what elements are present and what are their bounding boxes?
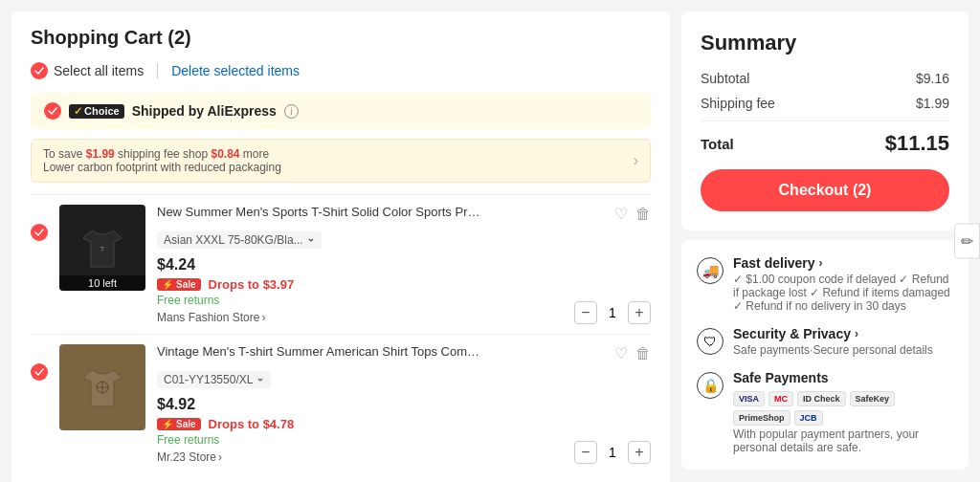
- cart-item-2: Vintage Men's T-shirt Summer American Sh…: [31, 334, 651, 473]
- visa-logo: VISA: [733, 391, 765, 406]
- item-1-image-wrapper: T 10 left: [59, 205, 145, 291]
- jcb-logo: JCB: [794, 410, 823, 426]
- select-all[interactable]: Select all items: [31, 62, 144, 79]
- item-2-free-returns: Free returns: [157, 433, 294, 447]
- summary-title: Summary: [701, 31, 949, 55]
- shipping-shop-text: shipping fee shop: [115, 147, 212, 161]
- choice-badge: ✓Choice: [69, 104, 124, 119]
- divider: [157, 63, 158, 78]
- item-2-title: Vintage Men's T-shirt Summer American Sh…: [157, 344, 482, 359]
- shipping-fee-value: $1.99: [916, 96, 949, 111]
- item-1-wishlist-button[interactable]: ♡: [614, 205, 628, 223]
- item-1-qty-decrease[interactable]: −: [574, 301, 597, 324]
- subtotal-value: $9.16: [916, 71, 949, 86]
- shipping-note: Lower carbon footprint with reduced pack…: [43, 161, 281, 174]
- shipping-fee-label: Shipping fee: [701, 96, 775, 111]
- item-2-image: [59, 344, 145, 430]
- item-2-image-wrapper: [59, 344, 145, 430]
- safe-payments-sub: With popular payment partners, your pers…: [733, 427, 953, 454]
- item-2-icons: ♡ 🗑: [614, 344, 651, 362]
- mc-logo: MC: [768, 391, 793, 406]
- choice-banner: ✓Choice Shipped by AliExpress i: [31, 93, 651, 129]
- total-value: $11.15: [885, 131, 949, 156]
- item-2-price: $4.92: [157, 396, 294, 413]
- payment-logos: VISA MC ID Check SafeKey PrimeShop JCB: [733, 391, 953, 426]
- shipped-by-label: Shipped by AliExpress: [132, 103, 277, 119]
- shipping-row: Shipping fee $1.99: [701, 96, 949, 111]
- delete-selected-button[interactable]: Delete selected items: [171, 63, 300, 78]
- shipping-more-amount: $0.84: [211, 147, 239, 161]
- item-1-price: $4.24: [157, 256, 294, 274]
- trust-card: 🚚 Fast delivery › ✓ $1.00 coupon code if…: [681, 240, 969, 470]
- safe-payments-icon: 🔒: [697, 372, 724, 399]
- checkout-button[interactable]: Checkout (2): [701, 169, 949, 211]
- cart-panel: Shopping Cart (2) Select all items Delet…: [11, 11, 670, 482]
- item-1-icons: ♡ 🗑: [614, 205, 651, 223]
- cart-actions-bar: Select all items Delete selected items: [31, 62, 651, 79]
- item-1-qty-increase[interactable]: +: [628, 301, 651, 324]
- idcheck-logo: ID Check: [797, 391, 846, 406]
- edit-button[interactable]: ✏: [954, 224, 980, 259]
- item-2-details: Vintage Men's T-shirt Summer American Sh…: [157, 344, 651, 464]
- item-1-sale-badge: ⚡Sale: [157, 278, 201, 291]
- item-1-variant[interactable]: Asian XXXL 75-80KG/Bla...: [157, 231, 322, 249]
- security-icon: 🛡: [697, 328, 724, 355]
- shipping-bar-chevron[interactable]: ›: [634, 152, 638, 169]
- fast-delivery-item: 🚚 Fast delivery › ✓ $1.00 coupon code if…: [697, 255, 953, 313]
- safe-payments-content: Safe Payments VISA MC ID Check SafeKey P…: [733, 370, 953, 454]
- fast-delivery-title[interactable]: Fast delivery ›: [733, 255, 953, 271]
- item-1-title: New Summer Men's Sports T-Shirt Solid Co…: [157, 205, 482, 219]
- select-all-label: Select all items: [54, 63, 144, 78]
- item-1-qty-control: − 1 +: [574, 301, 651, 324]
- choice-checkbox[interactable]: [44, 102, 61, 120]
- item-2-delete-button[interactable]: 🗑: [635, 344, 651, 362]
- item-2-qty-value: 1: [603, 445, 622, 460]
- item-1-stock-badge: 10 left: [59, 275, 145, 291]
- security-item: 🛡 Security & Privacy › Safe payments·Sec…: [697, 326, 953, 357]
- security-content: Security & Privacy › Safe payments·Secur…: [733, 326, 933, 357]
- fast-delivery-icon: 🚚: [697, 257, 724, 284]
- item-1-details: New Summer Men's Sports T-Shirt Solid Co…: [157, 205, 651, 324]
- item-2-qty-control: − 1 +: [574, 441, 651, 464]
- fast-delivery-content: Fast delivery › ✓ $1.00 coupon code if d…: [733, 255, 953, 313]
- item-1-drops-price: Drops to $3.97: [209, 277, 295, 292]
- item-2-store-link[interactable]: Mr.23 Store ›: [157, 450, 294, 464]
- item-2-wishlist-button[interactable]: ♡: [614, 344, 628, 362]
- item-2-qty-increase[interactable]: +: [628, 441, 651, 464]
- shipping-savings-bar: To save $1.99 shipping fee shop $0.84 mo…: [31, 139, 651, 183]
- safe-payments-item: 🔒 Safe Payments VISA MC ID Check SafeKey…: [697, 370, 953, 454]
- total-label: Total: [701, 136, 734, 152]
- security-sub: Safe payments·Secure personal details: [733, 343, 933, 357]
- item-1-store-link[interactable]: Mans Fashion Store ›: [157, 311, 294, 324]
- cart-item: T 10 left New Summer Men's Sports T-Shir…: [31, 194, 651, 334]
- item-2-variant[interactable]: C01-YY13550/XL: [157, 371, 271, 388]
- safekey-logo: SafeKey: [850, 391, 896, 406]
- shipping-bar-text: To save $1.99 shipping fee shop $0.84 mo…: [43, 147, 281, 174]
- security-title[interactable]: Security & Privacy ›: [733, 326, 933, 341]
- info-icon[interactable]: i: [284, 104, 299, 119]
- summary-section: Summary Subtotal $9.16 Shipping fee $1.9…: [681, 11, 969, 482]
- item-1-qty-value: 1: [603, 305, 622, 320]
- shipping-save-prefix: To save: [43, 147, 86, 161]
- item-2-sale-badge: ⚡Sale: [157, 418, 201, 430]
- item-1-free-returns: Free returns: [157, 294, 294, 307]
- svg-text:T: T: [100, 245, 105, 253]
- safe-payments-title: Safe Payments: [733, 370, 953, 385]
- subtotal-label: Subtotal: [701, 71, 749, 86]
- fast-delivery-sub: ✓ $1.00 coupon code if delayed ✓ Refund …: [733, 273, 953, 313]
- primeshop-logo: PrimeShop: [733, 410, 791, 426]
- item-2-checkbox[interactable]: [31, 363, 48, 381]
- total-row: Total $11.15: [701, 120, 949, 156]
- cart-title: Shopping Cart (2): [31, 27, 651, 49]
- item-2-drops-price: Drops to $4.78: [209, 417, 295, 431]
- select-all-checkbox[interactable]: [31, 62, 48, 79]
- summary-card: Summary Subtotal $9.16 Shipping fee $1.9…: [681, 11, 969, 230]
- item-1-checkbox[interactable]: [31, 224, 48, 241]
- item-1-delete-button[interactable]: 🗑: [635, 205, 651, 223]
- shipping-fee-amount: $1.99: [86, 147, 115, 161]
- subtotal-row: Subtotal $9.16: [701, 71, 949, 86]
- item-2-qty-decrease[interactable]: −: [574, 441, 597, 464]
- shipping-more-suffix: more: [240, 147, 270, 161]
